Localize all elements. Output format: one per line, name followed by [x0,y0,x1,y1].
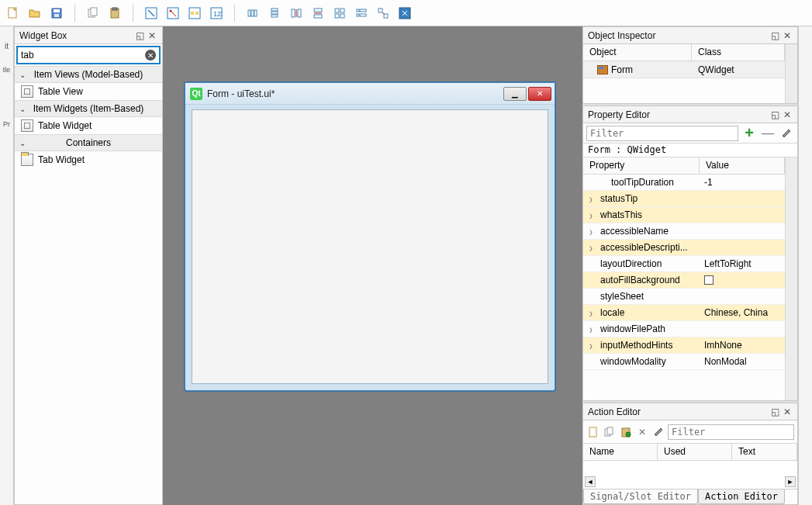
break-layout-button[interactable] [375,5,392,22]
tab-widget-icon [21,154,33,166]
action-editor-panel: Action Editor ◱ ✕ ✕ Name Used [582,403,798,505]
copy-action-icon[interactable] [603,424,616,441]
edit-widgets-button[interactable] [143,5,160,22]
chevron-down-icon: ⌄ [19,139,26,147]
widget-box-search-input[interactable] [21,50,145,61]
close-icon[interactable]: ✕ [782,30,793,41]
action-filter-input[interactable] [668,424,794,440]
undock-icon[interactable]: ◱ [769,30,780,41]
property-row[interactable]: accessibleName [583,223,785,240]
property-row[interactable]: inputMethodHintsImhNone [583,337,785,354]
tab-action-editor[interactable]: Action Editor [698,489,785,504]
widget-category[interactable]: ⌄Item Views (Model-Based) [15,66,162,83]
edit-tab-order-button[interactable]: 123 [208,5,225,22]
scroll-right-icon[interactable]: ► [785,476,796,487]
property-row[interactable]: styleSheet [583,289,785,305]
new-file-button[interactable] [5,5,22,22]
configure-action-icon[interactable] [651,424,665,441]
svg-rect-23 [298,9,301,17]
open-file-button[interactable] [26,5,43,22]
oi-col-class[interactable]: Class [692,44,785,61]
svg-rect-33 [360,9,366,12]
property-row[interactable]: autoFillBackground [583,272,785,289]
close-icon[interactable]: ✕ [782,109,793,120]
property-row[interactable]: windowModalityNonModal [583,354,785,370]
paste-button[interactable] [106,5,123,22]
svg-rect-34 [357,14,359,16]
main-toolbar: 123 [0,0,812,26]
widget-box-panel: Widget Box ◱ ✕ ✕ ⌄Item Views (Model-Base… [14,26,163,505]
svg-rect-19 [271,9,278,11]
minimize-icon[interactable]: ▁ [503,87,527,101]
close-icon[interactable]: ✕ [782,406,793,417]
svg-rect-31 [340,14,344,18]
widget-item[interactable]: Table View [15,83,162,100]
property-filter-input[interactable] [586,126,738,141]
ae-col-used[interactable]: Used [658,444,732,460]
property-row[interactable]: layoutDirectionLeftToRight [583,256,785,272]
clear-search-icon[interactable]: ✕ [145,50,156,61]
object-inspector-row[interactable]: Form QWidget [583,61,785,78]
svg-rect-13 [195,12,199,15]
chevron-down-icon: ⌄ [19,105,26,113]
layout-vertical-button[interactable] [266,5,283,22]
remove-property-icon[interactable]: — [760,126,776,141]
close-window-icon[interactable]: ✕ [528,87,551,101]
scroll-left-icon[interactable]: ◄ [585,476,596,487]
copy-button[interactable] [85,5,102,22]
layout-form-button[interactable] [353,5,370,22]
widget-category[interactable]: ⌄Containers [15,134,162,151]
layout-v-splitter-button[interactable] [309,5,327,22]
property-row[interactable]: accessibleDescripti... [583,240,785,256]
edit-signals-button[interactable] [164,5,181,22]
svg-rect-2 [54,9,60,12]
property-row[interactable]: windowFilePath [583,321,785,337]
tab-signal-slot-editor[interactable]: Signal/Slot Editor [583,489,698,504]
close-icon[interactable]: ✕ [147,30,157,41]
new-action-icon[interactable] [586,424,599,441]
widget-category[interactable]: ⌄Item Widgets (Item-Based) [15,100,162,117]
scrollbar[interactable] [785,44,797,103]
property-row[interactable]: statusTip [583,191,785,207]
layout-grid-button[interactable] [331,5,348,22]
layout-horizontal-button[interactable] [244,5,261,22]
oi-col-object[interactable]: Object [583,44,692,61]
pe-col-value[interactable]: Value [700,157,785,174]
ae-col-text[interactable]: Text [732,444,797,460]
object-inspector-header: Object Class [583,44,785,61]
svg-rect-39 [589,427,596,437]
settings-icon[interactable] [779,126,794,141]
checkbox[interactable] [704,275,714,285]
edit-buddies-button[interactable] [186,5,203,22]
object-inspector-title: Object Inspector [588,30,655,41]
svg-rect-25 [314,9,322,12]
property-row[interactable]: toolTipDuration-1 [583,175,785,191]
property-row[interactable]: whatsThis [583,207,785,223]
property-editor-title: Property Editor [588,109,650,120]
paste-action-icon[interactable] [619,424,632,441]
scrollbar[interactable] [785,157,797,400]
ae-col-name[interactable]: Name [583,444,658,460]
save-file-button[interactable] [48,5,65,22]
pe-col-property[interactable]: Property [583,157,700,174]
widget-box-search[interactable]: ✕ [16,46,161,64]
property-row[interactable]: localeChinese, China [583,305,785,321]
layout-h-splitter-button[interactable] [288,5,305,22]
design-canvas[interactable]: Qt Form - uiTest.ui* ▁ ✕ [163,26,582,505]
widget-item[interactable]: Tab Widget [15,151,162,168]
form-body[interactable] [192,109,548,384]
adjust-size-button[interactable] [396,5,413,22]
svg-rect-41 [607,427,613,434]
svg-rect-35 [360,14,366,16]
add-property-icon[interactable]: + [741,126,757,141]
action-editor-header: Name Used Text [583,444,797,461]
svg-rect-17 [251,10,254,16]
widget-item[interactable]: Table Widget [15,117,162,134]
action-list[interactable]: ◄ ► [583,461,797,489]
form-window[interactable]: Qt Form - uiTest.ui* ▁ ✕ [185,82,555,391]
delete-action-icon[interactable]: ✕ [635,424,648,441]
undock-icon[interactable]: ◱ [769,406,780,417]
undock-icon[interactable]: ◱ [769,109,780,120]
form-titlebar[interactable]: Qt Form - uiTest.ui* ▁ ✕ [185,83,555,105]
undock-icon[interactable]: ◱ [134,30,145,41]
